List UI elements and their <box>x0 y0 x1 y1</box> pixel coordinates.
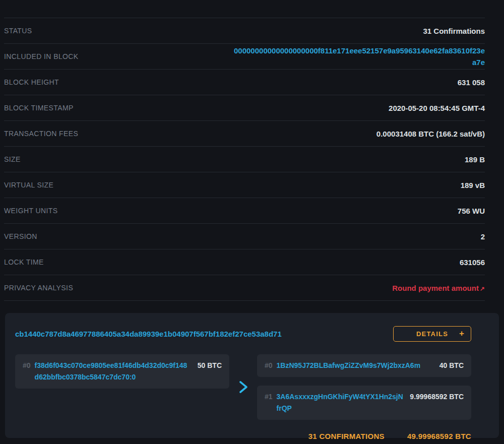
detail-row-status: STATUS 31 Confirmations <box>4 18 485 43</box>
row-label: VIRTUAL SIZE <box>4 181 53 189</box>
detail-row-privacy-analysis: PRIVACY ANALYSIS Round payment amount↗ <box>4 275 485 301</box>
row-label: STATUS <box>4 27 32 35</box>
external-link-icon: ↗ <box>480 285 485 292</box>
row-label: INCLUDED IN BLOCK <box>4 52 79 60</box>
input-outpoint-link[interactable]: f38d6f043c070ce9805ee81f46db4d32d0c9f148… <box>35 360 192 383</box>
output-amount: 9.99968592 BTC <box>410 391 464 403</box>
detail-row-weight-units: WEIGHT UNITS 756 WU <box>4 198 485 223</box>
details-button[interactable]: DETAILS + <box>393 326 471 342</box>
block-timestamp-value: 2020-05-20 08:54:45 GMT-4 <box>389 104 485 112</box>
weight-units-value: 756 WU <box>458 207 485 215</box>
detail-row-size: SIZE 189 B <box>4 146 485 172</box>
input-index: #0 <box>23 360 31 371</box>
detail-row-lock-time: LOCK TIME 631056 <box>4 249 485 275</box>
status-value: 31 Confirmations <box>423 27 485 35</box>
row-label: BLOCK HEIGHT <box>4 78 59 86</box>
transaction-fees-value: 0.00031408 BTC (166.2 sat/vB) <box>376 130 485 138</box>
input-amount: 50 BTC <box>198 360 222 371</box>
detail-row-block-timestamp: BLOCK TIMESTAMP 2020-05-20 08:54:45 GMT-… <box>4 95 485 120</box>
total-output-amount: 49.99968592 BTC <box>407 432 471 440</box>
transaction-id-link[interactable]: cb1440c787d8a46977886405a34da89939e1b049… <box>15 330 282 338</box>
detail-row-virtual-size: VIRTUAL SIZE 189 vB <box>4 172 485 198</box>
output-index: #0 <box>265 360 273 371</box>
privacy-analysis-label: Round payment amount <box>392 284 479 292</box>
input-row: #0 f38d6f043c070ce9805ee81f46db4d32d0c9f… <box>15 354 229 389</box>
row-label: VERSION <box>4 232 37 240</box>
privacy-analysis-link[interactable]: Round payment amount↗ <box>392 284 485 292</box>
detail-row-included-in-block: INCLUDED IN BLOCK 00000000000000000000f8… <box>4 43 485 69</box>
output-row: #1 3A6AsxxxzgHnGKhiFyW4tYX1Hn2sjNfrQP 9.… <box>257 386 471 420</box>
version-value: 2 <box>481 232 485 241</box>
detail-row-block-height: BLOCK HEIGHT 631 058 <box>4 69 485 95</box>
plus-icon: + <box>459 329 464 339</box>
confirmations-badge: 31 CONFIRMATIONS <box>308 432 385 440</box>
transaction-details-table: STATUS 31 Confirmations INCLUDED IN BLOC… <box>4 0 485 301</box>
transaction-card-header: cb1440c787d8a46977886405a34da89939e1b049… <box>15 326 471 342</box>
row-label: TRANSACTION FEES <box>4 130 78 138</box>
output-index: #1 <box>265 391 273 403</box>
lock-time-value: 631056 <box>460 258 485 267</box>
output-row: #0 1BzN95J72BLBafwgZiZZvM9s7Wj2bxzA6m 40… <box>257 354 471 377</box>
row-label: LOCK TIME <box>4 258 44 266</box>
inputs-column: #0 f38d6f043c070ce9805ee81f46db4d32d0c9f… <box>15 354 229 420</box>
flow-arrow-zone <box>229 354 257 420</box>
output-address-link[interactable]: 3A6AsxxxzgHnGKhiFyW4tYX1Hn2sjNfrQP <box>277 391 404 414</box>
block-height-value: 631 058 <box>458 78 485 87</box>
transaction-card: cb1440c787d8a46977886405a34da89939e1b049… <box>5 313 499 438</box>
row-label: PRIVACY ANALYSIS <box>4 284 73 292</box>
inputs-outputs-flow: #0 f38d6f043c070ce9805ee81f46db4d32d0c9f… <box>15 354 471 420</box>
row-label: SIZE <box>4 155 21 163</box>
output-address-link[interactable]: 1BzN95J72BLBafwgZiZZvM9s7Wj2bxzA6m <box>277 360 433 371</box>
detail-row-transaction-fees: TRANSACTION FEES 0.00031408 BTC (166.2 s… <box>4 120 485 146</box>
row-label: BLOCK TIMESTAMP <box>4 104 74 112</box>
outputs-column: #0 1BzN95J72BLBafwgZiZZvM9s7Wj2bxzA6m 40… <box>257 354 471 420</box>
transaction-card-footer: 31 CONFIRMATIONS 49.99968592 BTC <box>15 432 471 440</box>
size-value: 189 B <box>465 155 485 164</box>
block-hash-link[interactable]: 00000000000000000000f811e171eee52157e9a9… <box>233 45 485 68</box>
output-amount: 40 BTC <box>439 360 464 371</box>
chevron-right-icon <box>238 380 248 394</box>
details-button-label: DETAILS <box>416 330 448 338</box>
detail-row-version: VERSION 2 <box>4 223 485 249</box>
virtual-size-value: 189 vB <box>461 181 485 189</box>
row-label: WEIGHT UNITS <box>4 207 57 215</box>
